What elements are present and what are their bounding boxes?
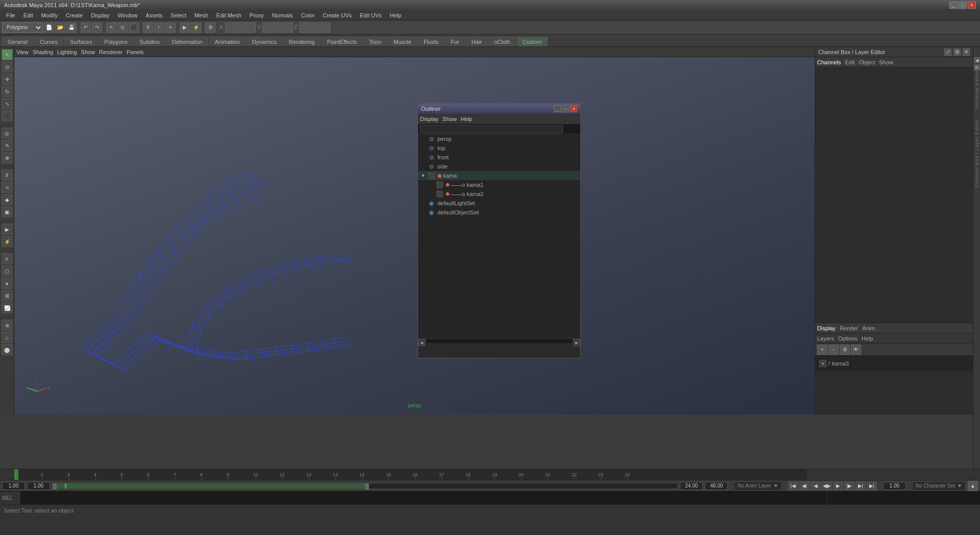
tb-redo[interactable]: ↷ xyxy=(92,22,102,33)
tb-new[interactable]: 📄 xyxy=(44,22,54,33)
outliner-show-menu[interactable]: Show xyxy=(443,116,457,122)
tab-animation[interactable]: Animation xyxy=(209,37,246,46)
polygon-mode-select[interactable]: Polygons xyxy=(2,22,43,33)
menu-edituvs[interactable]: Edit UVs xyxy=(356,11,386,19)
layer-visibility-btn[interactable]: 👁 xyxy=(851,345,861,355)
misc1-btn[interactable]: ⊛ xyxy=(2,320,13,331)
outliner-hscrollbar[interactable]: ◀ ▶ xyxy=(418,338,580,346)
outliner-item-kama2[interactable]: ⬛ ⬟ ——o kama2 xyxy=(418,189,580,199)
menu-createuvs[interactable]: Create UVs xyxy=(318,11,356,19)
menu-color[interactable]: Color xyxy=(297,11,318,19)
outliner-item-side[interactable]: ⊙ side xyxy=(418,162,580,171)
outliner-display-menu[interactable]: Display xyxy=(420,116,438,122)
outliner-minimize[interactable]: _ xyxy=(554,105,561,112)
prev-frame-btn[interactable]: ◀ xyxy=(811,481,821,491)
menu-modify[interactable]: Modify xyxy=(37,11,62,19)
display-layer-btn[interactable]: ≡ xyxy=(2,253,13,264)
scroll-track-h[interactable] xyxy=(426,339,572,343)
tb-lasso[interactable]: ⊙ xyxy=(117,22,128,33)
move-tool-btn[interactable]: ✛ xyxy=(2,74,13,85)
anim-layer-tab[interactable]: Anim xyxy=(862,325,875,331)
frame-input[interactable] xyxy=(883,482,906,490)
layer-settings-btn[interactable]: ⚙ xyxy=(840,345,850,355)
go-to-end-btn[interactable]: ▶| xyxy=(867,481,877,491)
outliner-item-persp[interactable]: ⊙ persp xyxy=(418,134,580,143)
tab-muscle[interactable]: Muscle xyxy=(388,37,417,46)
tab-curves[interactable]: Curves xyxy=(34,37,63,46)
prev-key-btn[interactable]: ◀| xyxy=(799,481,810,491)
snap-to-surface-btn[interactable]: ▣ xyxy=(2,206,13,217)
tb-snap-grid[interactable]: # xyxy=(143,22,153,33)
misc3-btn[interactable]: ⬤ xyxy=(2,344,13,355)
shading-menu[interactable]: Shading xyxy=(33,49,53,55)
menu-mesh[interactable]: Mesh xyxy=(190,11,212,19)
current-time-input[interactable] xyxy=(27,482,50,490)
layer-item-kama3[interactable]: V / kama3 xyxy=(817,358,971,369)
outliner-item-top[interactable]: ⊙ top xyxy=(418,143,580,153)
range-start-handle[interactable] xyxy=(53,483,57,490)
tab-deformation[interactable]: Deformation xyxy=(166,37,208,46)
timeline-ruler[interactable]: 1 2 3 4 5 xyxy=(14,469,806,480)
z-input[interactable] xyxy=(300,22,330,33)
menu-select[interactable]: Select xyxy=(166,11,190,19)
outliner-item-defaultobjectset[interactable]: ◉ defaultObjectSet xyxy=(418,208,580,217)
graph-editor-btn[interactable]: 📈 xyxy=(2,302,13,313)
playhead[interactable] xyxy=(14,469,18,480)
x-input[interactable] xyxy=(225,22,256,33)
snap-to-grid-btn[interactable]: # xyxy=(2,169,13,181)
outliner-content[interactable]: ⊙ persp ⊙ top ⊙ front xyxy=(418,134,580,338)
sculpt-btn[interactable]: ✎ xyxy=(2,140,13,151)
minimize-button[interactable]: _ xyxy=(949,2,958,9)
collapse-icon[interactable]: ▼ xyxy=(420,173,426,179)
no-anim-layer-selector[interactable]: No Anim Layer ▼ xyxy=(734,481,782,491)
snap-to-curve-btn[interactable]: ∿ xyxy=(2,182,13,193)
tab-surfaces[interactable]: Surfaces xyxy=(64,37,97,46)
outliner-maximize[interactable]: □ xyxy=(562,105,569,112)
menu-create[interactable]: Create xyxy=(62,11,87,19)
menu-edit[interactable]: Edit xyxy=(19,11,37,19)
view-menu[interactable]: View xyxy=(16,49,29,55)
tab-fluids[interactable]: Fluids xyxy=(418,37,444,46)
go-to-start-btn[interactable]: |◀ xyxy=(788,481,798,491)
snap-to-point-btn[interactable]: ◆ xyxy=(2,194,13,205)
tab-custom[interactable]: Custom xyxy=(517,37,548,46)
strip-btn1[interactable]: ◀ xyxy=(974,57,980,63)
render-btn[interactable]: ▶ xyxy=(2,224,13,235)
range-slider[interactable] xyxy=(52,483,678,489)
tb-ipr[interactable]: ⚡ xyxy=(191,22,201,33)
tab-general[interactable]: General xyxy=(2,37,33,46)
show-menu[interactable]: Show xyxy=(81,49,95,55)
help-menu[interactable]: Help xyxy=(862,335,873,342)
command-input[interactable] xyxy=(20,492,827,504)
menu-assets[interactable]: Assets xyxy=(141,11,166,19)
menu-file[interactable]: File xyxy=(2,11,19,19)
outliner-item-defaultlightset[interactable]: ◉ defaultLightSet xyxy=(418,199,580,208)
menu-normals[interactable]: Normals xyxy=(268,11,297,19)
panel-settings-btn[interactable]: ⚙ xyxy=(953,48,961,56)
tb-snap-curve[interactable]: ~ xyxy=(154,22,164,33)
strip-btn2[interactable]: ⚙ xyxy=(974,64,980,70)
edit-tab[interactable]: Edit xyxy=(845,59,854,65)
last-tool-btn[interactable]: ⬛ xyxy=(2,110,13,121)
tab-ncloth[interactable]: nCloth xyxy=(488,37,516,46)
start-time-input[interactable] xyxy=(2,482,25,490)
tab-painteffects[interactable]: PaintEffects xyxy=(322,37,363,46)
outliner-search-input[interactable] xyxy=(420,125,563,133)
menu-help[interactable]: Help xyxy=(386,11,406,19)
set-key-btn[interactable]: ♦ xyxy=(2,278,13,289)
close-button[interactable]: ✕ xyxy=(968,2,976,9)
scene-area[interactable]: X Y Z persp xyxy=(14,57,815,415)
next-key-btn[interactable]: ▶| xyxy=(855,481,866,491)
display-layer-tab[interactable]: Display xyxy=(817,325,836,331)
maximize-button[interactable]: □ xyxy=(959,2,967,9)
hypershade-btn[interactable]: ⬡ xyxy=(2,265,13,277)
layers-menu[interactable]: Layers xyxy=(817,335,834,342)
select-tool-btn[interactable]: ↖ xyxy=(2,49,13,60)
menu-display[interactable]: Display xyxy=(87,11,113,19)
no-character-set-selector[interactable]: No Character Set ▼ xyxy=(912,481,966,491)
new-layer-btn[interactable]: + xyxy=(817,345,827,355)
show-manip-btn[interactable]: ⊕ xyxy=(2,152,13,163)
next-frame-btn[interactable]: |▶ xyxy=(844,481,854,491)
tab-polygons[interactable]: Polygons xyxy=(99,37,133,46)
ipr-btn[interactable]: ⚡ xyxy=(2,236,13,247)
